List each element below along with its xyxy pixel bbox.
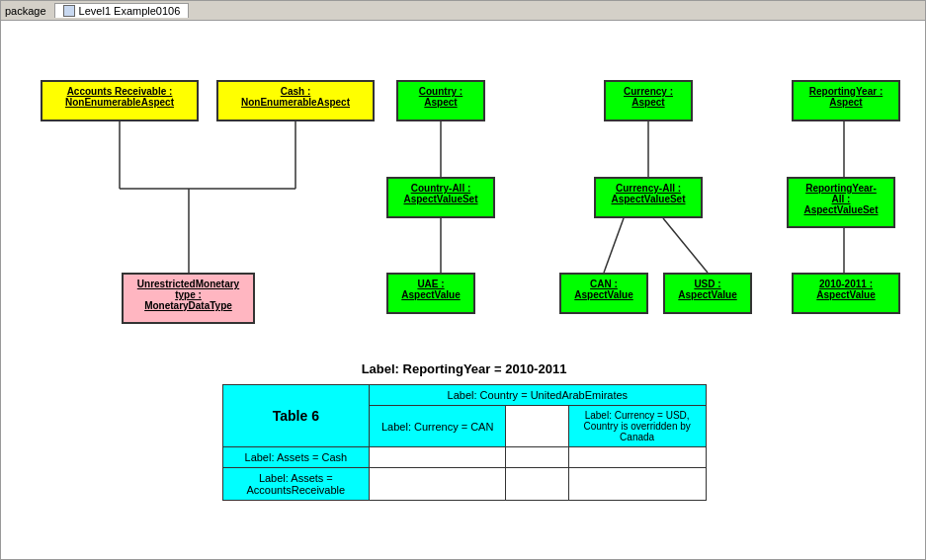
- node-can[interactable]: CAN :AspectValue: [559, 273, 648, 314]
- empty-cell-1: [506, 406, 569, 447]
- node-reporting-year[interactable]: ReportingYear :Aspect: [792, 80, 900, 121]
- title-bar: package Level1 Example0106: [1, 1, 925, 21]
- row2-cell2: [506, 468, 569, 501]
- node-reporting-year-all[interactable]: ReportingYear-All :AspectValueSet: [787, 177, 895, 228]
- row1-header: Label: Assets = Cash: [222, 447, 370, 468]
- data-table: Table 6 Label: Country = UnitedArabEmira…: [222, 384, 707, 501]
- svg-line-9: [663, 218, 708, 273]
- table-area: Label: ReportingYear = 2010-2011 Table 6…: [11, 361, 917, 501]
- node-uae[interactable]: UAE :AspectValue: [386, 273, 475, 314]
- node-usd[interactable]: USD :AspectValue: [663, 273, 752, 314]
- node-cash[interactable]: Cash :NonEnumerableAspect: [216, 80, 375, 121]
- table6-cell: Table 6: [222, 385, 370, 447]
- sub-header-can: Label: Currency = CAN: [370, 406, 506, 447]
- package-tab[interactable]: Level1 Example0106: [54, 3, 190, 18]
- node-unrestricted-monetary[interactable]: UnrestrictedMonetarytype :MonetaryDataTy…: [122, 273, 255, 324]
- sub-header-usd: Label: Currency = USD, Country is overri…: [568, 406, 706, 447]
- row1-cell2: [506, 447, 569, 468]
- node-currency[interactable]: Currency :Aspect: [604, 80, 693, 121]
- row2-cell3: [568, 468, 706, 501]
- node-accounts-receivable[interactable]: Accounts Receivable : NonEnumerableAspec…: [41, 80, 199, 121]
- tab-label: Level1 Example0106: [79, 5, 181, 17]
- svg-line-8: [604, 218, 624, 273]
- node-2010-2011[interactable]: 2010-2011 :AspectValue: [792, 273, 900, 314]
- node-currency-all[interactable]: Currency-All :AspectValueSet: [594, 177, 703, 218]
- node-country[interactable]: Country :Aspect: [396, 80, 485, 121]
- row2-header: Label: Assets = AccountsReceivable: [222, 468, 370, 501]
- title-prefix: package: [5, 5, 46, 17]
- row1-cell1: [370, 447, 506, 468]
- diagram-area: Accounts Receivable : NonEnumerableAspec…: [11, 31, 917, 357]
- tab-icon: [63, 5, 75, 17]
- node-country-all[interactable]: Country-All :AspectValueSet: [386, 177, 495, 218]
- table-title: Label: ReportingYear = 2010-2011: [362, 361, 567, 376]
- main-content: Accounts Receivable : NonEnumerableAspec…: [1, 21, 926, 559]
- row1-cell3: [568, 447, 706, 468]
- header-country: Label: Country = UnitedArabEmirates: [370, 385, 706, 406]
- row2-cell1: [370, 468, 506, 501]
